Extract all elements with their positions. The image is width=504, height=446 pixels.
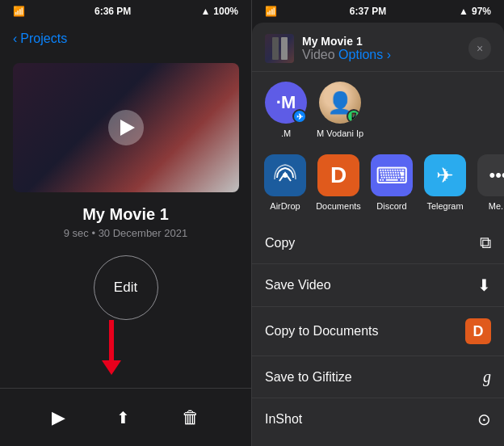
share-title-block: My Movie 1 Video Options ›	[302, 35, 468, 62]
time-left: 6:36 PM	[94, 6, 131, 17]
contact-name-m: .M	[281, 128, 291, 138]
edit-button[interactable]: Edit	[94, 255, 158, 320]
contact-avatar-m: ·M ✈	[265, 82, 307, 124]
gifitize-icon: g	[483, 368, 491, 386]
discord-label: Discord	[376, 201, 406, 211]
avatar-initials: ·M	[276, 92, 296, 113]
action-save-gifitize-label: Save to Gifitize	[265, 370, 352, 385]
red-arrow-left	[102, 320, 121, 375]
save-video-icon: ⬇	[477, 276, 491, 295]
arrow-head	[102, 360, 121, 375]
share-options-button[interactable]: Options ›	[338, 48, 391, 61]
battery-right: 97%	[472, 6, 491, 17]
action-inshot-label: InShot	[265, 412, 302, 427]
movie-meta: 9 sec • 30 December 2021	[0, 227, 251, 239]
contacts-row: ·M ✈ .M 👤 📱 M Vodani Ip	[252, 72, 504, 148]
app-item-more[interactable]: ••• Me...	[475, 154, 504, 211]
edit-button-wrap: Edit	[0, 255, 251, 320]
telegram-label: Telegram	[426, 201, 463, 211]
location-icon: ▲	[200, 6, 210, 17]
action-save-video[interactable]: Save Video ⬇	[252, 264, 504, 307]
status-bar-left: 📶 6:36 PM ▲ 100%	[0, 0, 251, 23]
inshot-icon: ⊙	[477, 410, 491, 429]
play-triangle-icon	[120, 120, 135, 136]
share-header: My Movie 1 Video Options › ×	[252, 23, 504, 72]
back-button[interactable]: ‹ Projects	[13, 32, 67, 46]
app-item-documents[interactable]: D Documents	[315, 154, 362, 211]
video-thumbnail[interactable]	[13, 63, 239, 192]
arrow-shaft	[109, 320, 114, 360]
contact-avatar-vodani: 👤 📱	[319, 82, 361, 124]
status-bar-right: 📶 6:37 PM ▲ 97%	[252, 0, 504, 23]
action-inshot[interactable]: InShot ⊙	[252, 398, 504, 440]
contact-item-2[interactable]: 👤 📱 M Vodani Ip	[317, 82, 363, 138]
app-item-discord[interactable]: ⌨ Discord	[368, 154, 415, 211]
delete-toolbar-icon[interactable]: 🗑	[182, 407, 200, 428]
location-icon-right: ▲	[459, 6, 468, 17]
action-save-video-label: Save Video	[265, 278, 331, 292]
action-list: Copy ⧉ Save Video ⬇ Copy to Documents D …	[252, 222, 504, 446]
contact-name-vodani: M Vodani Ip	[317, 128, 363, 138]
telegram-icon: ✈	[424, 154, 466, 196]
airdrop-icon	[264, 154, 306, 196]
right-panel: 📶 6:37 PM ▲ 97% My Movie 1 Video Options…	[252, 0, 504, 446]
action-copy-documents-label: Copy to Documents	[265, 324, 379, 339]
app-item-telegram[interactable]: ✈ Telegram	[422, 154, 468, 211]
airdrop-label: AirDrop	[270, 201, 300, 211]
copy-documents-icon: D	[465, 318, 491, 344]
discord-icon: ⌨	[371, 154, 413, 196]
play-button[interactable]	[108, 110, 144, 145]
wifi-icon: 📶	[13, 6, 25, 17]
contact-item[interactable]: ·M ✈ .M	[265, 82, 307, 138]
copy-icon: ⧉	[480, 234, 491, 252]
more-label: Me...	[489, 201, 504, 211]
action-copy[interactable]: Copy ⧉	[252, 222, 504, 264]
chevron-left-icon: ‹	[13, 32, 17, 46]
back-label: Projects	[20, 32, 67, 46]
time-right: 6:37 PM	[350, 6, 386, 17]
action-copy-label: Copy	[265, 236, 295, 250]
more-icon: •••	[477, 154, 504, 196]
share-movie-thumbnail	[265, 34, 294, 63]
left-panel: 📶 6:36 PM ▲ 100% ‹ Projects My Movie 1 9…	[0, 0, 251, 446]
app-item-airdrop[interactable]: AirDrop	[262, 154, 309, 211]
documents-label: Documents	[316, 201, 361, 211]
share-video-label: Video	[302, 48, 335, 61]
movie-title: My Movie 1	[0, 205, 251, 224]
status-icons-left: ▲ 100%	[200, 6, 238, 17]
bottom-toolbar: ▶︎ ⬆ 🗑	[0, 388, 251, 446]
avatar-badge-whatsapp: 📱	[346, 109, 361, 124]
status-icons-right: ▲ 97%	[459, 6, 491, 17]
wifi-icon-right: 📶	[265, 6, 277, 17]
close-button[interactable]: ×	[468, 37, 491, 60]
documents-icon: D	[317, 154, 359, 196]
avatar-badge-telegram: ✈	[292, 109, 307, 124]
battery-left: 100%	[213, 6, 238, 17]
share-toolbar-icon[interactable]: ⬆	[116, 408, 130, 427]
share-sheet: My Movie 1 Video Options › × ·M ✈ .M 👤 📱	[252, 23, 504, 446]
share-movie-name: My Movie 1	[302, 35, 468, 48]
play-toolbar-icon[interactable]: ▶︎	[52, 407, 65, 428]
apps-row: AirDrop D Documents ⌨ Discord ✈ Telegram…	[252, 148, 504, 222]
nav-bar: ‹ Projects	[0, 23, 251, 55]
action-save-gifitize[interactable]: Save to Gifitize g	[252, 356, 504, 398]
action-copy-documents[interactable]: Copy to Documents D	[252, 307, 504, 356]
